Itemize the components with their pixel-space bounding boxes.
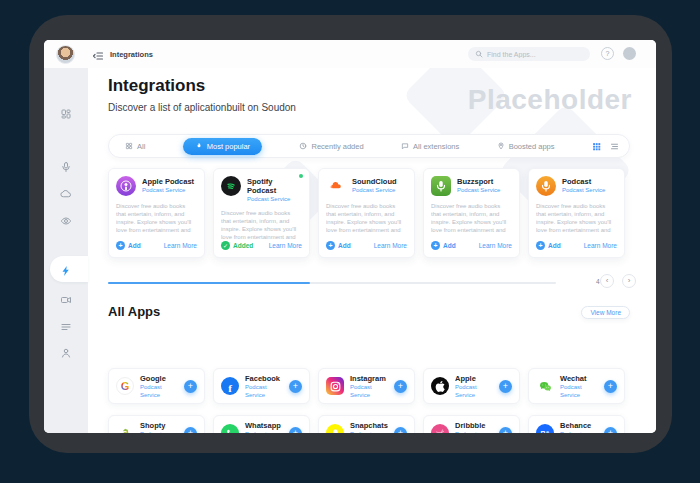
integration-card[interactable]: Apple Podcast Podcast Service Discover f… [108,168,205,258]
added-button[interactable]: ✓Added [221,241,253,250]
breadcrumb: Integrations [110,50,153,59]
tab-boosted-apps[interactable]: Boosted apps [497,142,555,151]
integration-card[interactable]: Spotify Podcast Podcast Service Discover… [213,168,310,258]
grid-view-icon[interactable] [592,142,601,151]
integration-card[interactable]: Buzzsport Podcast Service Discover free … [423,168,520,258]
add-app-button[interactable]: + [184,380,197,393]
plus-icon: + [536,241,545,250]
app-name: Dribbble [455,421,493,430]
microphone-icon[interactable] [60,159,72,171]
app-name: Snapchats [350,421,388,430]
profile-icon[interactable] [60,345,72,357]
app-name: Wechat [560,374,598,383]
integration-card[interactable]: SoundCloud Podcast Service Discover free… [318,168,415,258]
account-icon[interactable] [623,47,636,60]
apple-podcast-logo [116,176,136,196]
add-app-button[interactable]: + [604,427,617,434]
view-more-button[interactable]: View More [581,306,630,319]
app-tile-snapchats[interactable]: Snapchats Podcast Service + [318,415,415,433]
app-name: Instagram [350,374,388,383]
app-category: Podcast Service [245,430,283,434]
sidebar-collapse-icon[interactable] [92,48,104,60]
list-icon[interactable] [60,319,72,331]
add-button[interactable]: +Add [536,241,561,250]
app-tile-facebook[interactable]: f Facebook Podcast Service + [213,368,310,404]
integration-card[interactable]: Podcast Podcast Service Discover free au… [528,168,625,258]
add-app-button[interactable]: + [499,427,512,434]
list-view-icon[interactable] [610,142,619,151]
app-category: Podcast Service [560,383,598,399]
app-category: Podcast Service [140,383,178,399]
snapchat-logo [326,424,344,433]
tab-all-extensions[interactable]: All extensions [401,142,459,151]
view-toggle [592,142,619,151]
add-button[interactable]: +Add [326,241,351,250]
app-name: Apple [455,374,493,383]
check-icon: ✓ [221,241,230,250]
search-bar[interactable] [468,47,590,61]
facebook-logo: f [221,377,239,395]
card-name: Spotify Podcast [247,176,302,195]
app-tile-whatsapp[interactable]: Whatsapp Podcast Service + [213,415,310,433]
video-icon[interactable] [60,292,72,304]
eye-icon[interactable] [60,213,72,225]
help-icon[interactable]: ? [601,47,614,60]
card-category: Podcast Service [457,186,500,194]
apple-logo [431,377,449,395]
card-description: Discover free audio books that entertain… [536,202,617,234]
app-tile-wechat[interactable]: Wechat Podcast Service + [528,368,625,404]
app-category: Podcast Service [350,430,388,434]
app-category: Podcast Service [455,383,493,399]
search-input[interactable] [487,51,583,58]
add-app-button[interactable]: + [289,427,302,434]
spotify-logo [221,176,241,196]
page-title: Integrations [108,76,205,96]
app-tile-google[interactable]: G Google Podcast Service + [108,368,205,404]
card-name: SoundCloud [352,176,397,186]
add-app-button[interactable]: + [499,380,512,393]
app-tile-shopty[interactable]: S Shopty Podcast Service + [108,415,205,433]
card-category: Podcast Service [142,186,194,194]
app-tile-behance[interactable]: Bē Behance Podcast Service + [528,415,625,433]
add-app-button[interactable]: + [184,427,197,434]
google-logo: G [116,377,134,395]
app-tile-instagram[interactable]: Instagram Podcast Service + [318,368,415,404]
cloud-icon[interactable] [60,186,72,198]
page-subtitle: Discover a list of aplicationbuilt on So… [108,102,296,113]
learn-more-link[interactable]: Learn More [269,242,302,249]
add-button[interactable]: +Add [431,241,456,250]
dashboard-icon[interactable] [60,106,72,118]
clock-icon [299,142,307,150]
tab-recently-added[interactable]: Recently added [299,142,363,151]
add-button[interactable]: +Add [116,241,141,250]
card-description: Discover free audio books that entertain… [326,202,407,234]
tab-all[interactable]: All [125,142,145,151]
add-app-button[interactable]: + [604,380,617,393]
tab-label: Recently added [311,142,363,151]
main-content: Placeholder Integrations Discover a list… [88,68,656,433]
boost-icon[interactable] [60,263,72,275]
app-tile-dribbble[interactable]: Dribbble Podcast Service + [423,415,520,433]
soundcloud-logo [326,176,346,196]
add-app-button[interactable]: + [289,380,302,393]
app-tile-apple[interactable]: Apple Podcast Service + [423,368,520,404]
carousel-progress-track [108,282,556,284]
whatsapp-logo [221,424,239,433]
card-name: Buzzsport [457,176,500,186]
top-bar: Integrations ? [44,40,656,68]
learn-more-link[interactable]: Learn More [584,242,617,249]
app-category: Podcast Service [140,430,178,434]
card-category: Podcast Service [247,195,302,203]
instagram-logo [326,377,344,395]
tab-most-popular[interactable]: Most popular [183,138,262,155]
flame-icon [195,142,203,150]
add-app-button[interactable]: + [394,380,407,393]
learn-more-link[interactable]: Learn More [479,242,512,249]
add-app-button[interactable]: + [394,427,407,434]
next-page-button[interactable]: › [622,274,636,288]
prev-page-button[interactable]: ‹ [600,274,614,288]
learn-more-link[interactable]: Learn More [164,242,197,249]
learn-more-link[interactable]: Learn More [374,242,407,249]
user-avatar[interactable] [56,45,75,64]
tab-label: All [137,142,145,151]
